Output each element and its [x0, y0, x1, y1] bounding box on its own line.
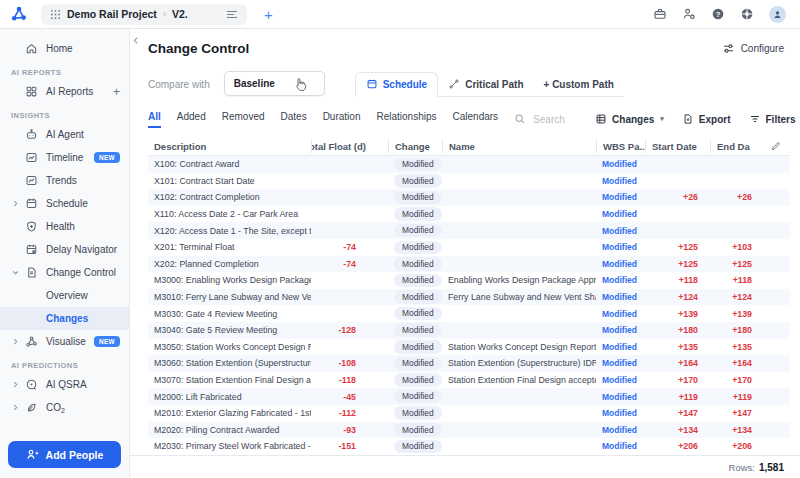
filter-tab-all[interactable]: All	[148, 111, 161, 128]
table-row[interactable]: M3050: Station Works Concept Design Repo…	[148, 339, 790, 356]
filter-tab-calendars[interactable]: Calendars	[453, 111, 499, 128]
table-row[interactable]: X201: Terminal Float-74ModifiedModified+…	[148, 239, 790, 256]
col-start-date[interactable]: Start Date	[645, 140, 710, 153]
new-tab-button[interactable]: +	[264, 7, 273, 22]
sidebar-item-label: Delay Navigator	[46, 244, 117, 255]
export-file-icon	[682, 113, 694, 125]
cell-description: X120: Access Date 1 - The Site, except t…	[148, 226, 311, 236]
table-row[interactable]: M3010: Ferry Lane Subway and New Vent Sh…	[148, 289, 790, 306]
cell-end-date: +206	[710, 441, 760, 451]
col-description[interactable]: Description	[148, 140, 311, 153]
table-row[interactable]: M3040: Gate 5 Review Meeting-128Modified…	[148, 322, 790, 339]
sidebar-collapse-icon[interactable]	[132, 36, 140, 45]
col-total-float[interactable]: Total Float (d)	[311, 140, 388, 153]
export-button[interactable]: Export	[682, 113, 731, 125]
table-row[interactable]: M2010: Exterior Glazing Fabricated - 1st…	[148, 405, 790, 422]
cell-description: X100: Contract Award	[148, 159, 311, 169]
col-end-date[interactable]: End Da	[710, 140, 760, 153]
tab-schedule[interactable]: Schedule	[355, 72, 438, 97]
sidebar-item-delay-navigator[interactable]: Delay Navigator	[0, 238, 129, 261]
sidebar-item-ai-qsra[interactable]: AI QSRA	[0, 373, 129, 396]
sidebar-item-overview[interactable]: Overview	[0, 284, 129, 307]
path-tabs: Schedule Critical Path + Custom Path	[355, 72, 624, 97]
cell-change: Modified	[388, 191, 442, 205]
briefcase-icon[interactable]	[653, 7, 667, 21]
table-row[interactable]: X102: Contract CompletionModifiedModifie…	[148, 189, 790, 206]
sidebar-item-visualise[interactable]: Visualise NEW	[0, 330, 129, 353]
tab-critical-path[interactable]: Critical Path	[438, 73, 533, 96]
reports-grid-icon	[24, 85, 38, 98]
table-row[interactable]: X110: Access Date 2 - Car Park AreaModif…	[148, 206, 790, 223]
col-name[interactable]: Name	[442, 140, 596, 153]
help-icon[interactable]: ?	[711, 7, 725, 21]
user-settings-icon[interactable]	[682, 7, 696, 21]
search-input[interactable]	[531, 113, 577, 126]
sidebar-item-home[interactable]: Home	[0, 37, 129, 60]
col-wbs-path[interactable]: WBS Pa...	[596, 140, 645, 153]
change-badge: Modified	[394, 390, 442, 404]
search-box	[514, 113, 577, 126]
cell-name: Station Extention Final Design accepted …	[442, 375, 596, 385]
table-row[interactable]: M3030: Gate 4 Review MeetingModifiedModi…	[148, 305, 790, 322]
edit-columns-button[interactable]	[760, 140, 790, 153]
table-row[interactable]: M3070: Station Extention Final Design ac…	[148, 372, 790, 389]
configure-button[interactable]: Configure	[722, 42, 784, 55]
table-row[interactable]: X100: Contract AwardModifiedModified	[148, 156, 790, 173]
table-row[interactable]: M3000: Enabling Works Design Package App…	[148, 272, 790, 289]
sidebar-item-change-control[interactable]: Change Control	[0, 261, 129, 284]
cell-wbs-path: Modified	[596, 408, 645, 418]
table-row[interactable]: M3060: Station Extention (Superstructure…	[148, 355, 790, 372]
add-report-button[interactable]: +	[113, 86, 120, 98]
cell-start-date: +26	[645, 192, 710, 202]
cell-change: Modified	[388, 357, 442, 371]
table-row[interactable]: M2020: Piling Contract Awarded-93Modifie…	[148, 422, 790, 439]
sidebar-item-changes[interactable]: Changes	[0, 307, 129, 330]
change-badge: Modified	[394, 207, 442, 221]
table-row[interactable]: X120: Access Date 1 - The Site, except t…	[148, 222, 790, 239]
filter-tab-added[interactable]: Added	[177, 111, 206, 128]
user-avatar[interactable]	[769, 6, 786, 23]
cell-end-date: +118	[710, 275, 760, 285]
cell-change: Modified	[388, 274, 442, 288]
tab-custom-path[interactable]: + Custom Path	[534, 74, 624, 96]
cell-start-date: +118	[645, 275, 710, 285]
table-row[interactable]: X101: Contract Start DateModifiedModifie…	[148, 173, 790, 190]
project-tab[interactable]: Demo Rail Project › V2.	[41, 4, 247, 25]
add-people-button[interactable]: Add People	[8, 441, 121, 468]
sidebar-item-co2[interactable]: CO2	[0, 396, 129, 419]
document-icon	[24, 266, 38, 279]
sidebar-item-trends[interactable]: Trends	[0, 169, 129, 192]
cell-total-float: -118	[311, 375, 388, 385]
app-logo-icon[interactable]	[10, 5, 28, 23]
table-row[interactable]: X202: Planned Completion-74ModifiedModif…	[148, 256, 790, 273]
sidebar-item-schedule[interactable]: Schedule	[0, 192, 129, 215]
sidebar-item-timeline[interactable]: Timeline NEW	[0, 146, 129, 169]
cell-change: Modified	[388, 307, 442, 321]
sidebar-item-label: Home	[46, 43, 73, 54]
filter-tab-duration[interactable]: Duration	[323, 111, 361, 128]
changes-dropdown[interactable]: Changes ▾	[595, 113, 664, 125]
table-row[interactable]: M2000: Lift Fabricated-45ModifiedModifie…	[148, 388, 790, 405]
baseline-select[interactable]: Baseline	[224, 71, 325, 96]
table-row[interactable]: M2030: Primary Steel Work Fabricated - 1…	[148, 438, 790, 455]
cell-change: Modified	[388, 323, 442, 337]
robot-icon	[24, 128, 38, 141]
sidebar-item-health[interactable]: Health	[0, 215, 129, 238]
sidebar-item-ai-reports[interactable]: AI Reports +	[0, 80, 129, 103]
filter-tab-removed[interactable]: Removed	[222, 111, 265, 128]
filter-tab-dates[interactable]: Dates	[281, 111, 307, 128]
tab-menu-icon[interactable]	[226, 9, 238, 19]
cell-description: X110: Access Date 2 - Car Park Area	[148, 209, 311, 219]
support-icon[interactable]	[740, 7, 754, 21]
cell-start-date: +125	[645, 242, 710, 252]
filter-tab-relationships[interactable]: Relationships	[376, 111, 436, 128]
filters-button[interactable]: Filters	[749, 113, 796, 125]
table-icon	[595, 113, 607, 125]
sidebar-item-ai-agent[interactable]: AI Agent	[0, 123, 129, 146]
change-badge: Modified	[394, 174, 442, 188]
sidebar-item-label: AI Reports	[46, 86, 93, 97]
col-change[interactable]: Change	[388, 140, 442, 153]
sidebar: Home AI REPORTS AI Reports + INSIGHTS	[0, 29, 130, 478]
calendar-icon	[24, 197, 38, 210]
cell-description: X102: Contract Completion	[148, 192, 311, 202]
